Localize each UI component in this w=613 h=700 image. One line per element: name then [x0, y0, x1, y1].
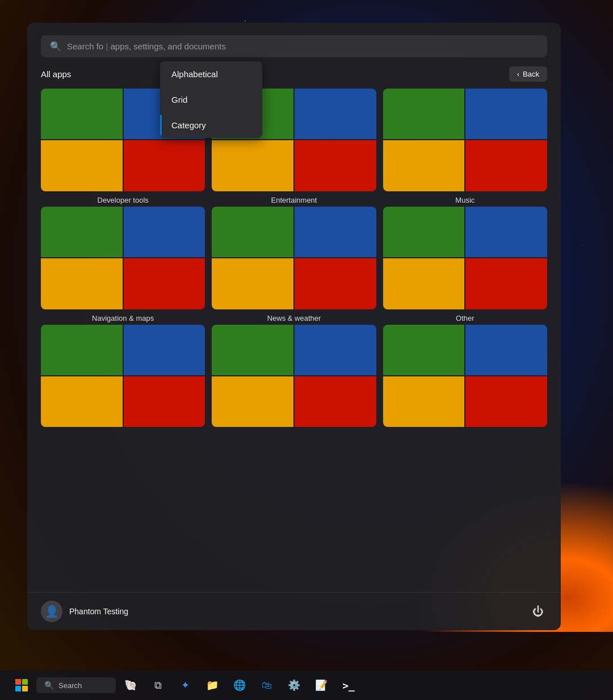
windows-logo-icon [15, 679, 28, 691]
tile-8 [212, 325, 376, 427]
settings-icon: ⚙️ [288, 679, 300, 691]
back-label: Back [523, 70, 539, 78]
navigation-label: Navigation & maps [92, 314, 154, 322]
sort-dropdown: Alphabetical Grid Category [160, 61, 262, 138]
copilot-button[interactable]: ✦ [173, 673, 198, 698]
start-menu: 🔍 Search fo | apps, settings, and docume… [27, 23, 561, 630]
taskbar: 🔍 Search 🐚 ⧉ ✦ 📁 🌐 🛍 ⚙️ 📝 >_ [0, 670, 613, 700]
tile-q2 [465, 325, 547, 375]
terminal-button[interactable]: >_ [336, 673, 361, 698]
category-grid: Developer tools Entertainment [27, 89, 561, 592]
tile-q4 [124, 376, 205, 427]
music-label: Music [455, 196, 475, 204]
tile-q3 [41, 376, 123, 427]
all-apps-label: All apps [41, 69, 71, 79]
tile-q4 [465, 140, 547, 191]
taskbar-search[interactable]: 🔍 Search [36, 677, 116, 693]
tile-q4 [295, 258, 376, 309]
tile-q1 [41, 325, 123, 375]
developer-tools-label: Developer tools [98, 196, 149, 204]
other-label: Other [456, 314, 475, 322]
tile-q2 [124, 207, 205, 257]
user-section[interactable]: 👤 Phantom Testing [41, 601, 128, 622]
win-q3 [15, 686, 21, 691]
tile-q3 [41, 140, 123, 191]
taskbar-search-icon: 🔍 [44, 681, 54, 690]
settings-button[interactable]: ⚙️ [282, 673, 306, 698]
sort-grid[interactable]: Grid [160, 87, 262, 112]
tile-q3 [383, 258, 465, 309]
tile-q4 [465, 376, 547, 427]
back-chevron-icon: ‹ [517, 70, 519, 78]
other-tile [383, 207, 547, 309]
category-other[interactable]: Other [383, 207, 547, 322]
category-row-1: Developer tools Entertainment [41, 89, 547, 204]
user-name: Phantom Testing [69, 607, 128, 616]
tile-q1 [212, 325, 293, 375]
search-text: Search fo | apps, settings, and document… [67, 41, 226, 51]
tile-q1 [383, 89, 465, 139]
file-explorer-button[interactable]: 📁 [200, 673, 225, 698]
tile-q1 [212, 207, 293, 257]
news-label: News & weather [267, 314, 321, 322]
tile-q2 [295, 89, 376, 139]
category-item-8[interactable] [212, 325, 376, 432]
store-icon: 🛍 [262, 680, 272, 691]
news-tile [212, 207, 376, 309]
tile-q3 [212, 376, 293, 427]
notepad-button[interactable]: 📝 [309, 673, 334, 698]
tile-q2 [124, 325, 205, 375]
category-news[interactable]: News & weather [212, 207, 376, 322]
search-bar[interactable]: 🔍 Search fo | apps, settings, and docume… [41, 35, 547, 57]
ms-store-button[interactable]: 🛍 [254, 673, 279, 698]
start-button[interactable] [9, 673, 34, 698]
tile-q2 [465, 207, 547, 257]
category-navigation[interactable]: Navigation & maps [41, 207, 205, 322]
user-avatar: 👤 [41, 601, 62, 622]
terminal-icon: >_ [342, 680, 355, 691]
search-icon: 🔍 [50, 41, 61, 52]
win-q2 [22, 679, 28, 685]
tile-q1 [41, 89, 123, 139]
tile-q3 [383, 140, 465, 191]
folder-icon: 📁 [206, 679, 219, 691]
apps-header: All apps ‹ Back [27, 66, 561, 89]
category-music[interactable]: Music [383, 89, 547, 204]
task-view-icon: ⧉ [154, 680, 162, 691]
win-q1 [15, 679, 21, 685]
win-q4 [22, 686, 28, 691]
tile-q3 [212, 140, 293, 191]
tile-q3 [41, 258, 123, 309]
category-item-7[interactable] [41, 325, 205, 432]
edge-button[interactable]: 🌐 [227, 673, 252, 698]
tile-q3 [212, 258, 293, 309]
category-item-9[interactable] [383, 325, 547, 432]
notepad-icon: 📝 [315, 679, 328, 691]
tile-q4 [124, 140, 205, 191]
tile-9 [383, 325, 547, 427]
snail-icon: 🐚 [124, 679, 137, 691]
tile-q2 [465, 89, 547, 139]
tile-q1 [383, 207, 465, 257]
music-tile [383, 89, 547, 191]
tile-q4 [295, 376, 376, 427]
footer-bar: 👤 Phantom Testing ⏻ [27, 592, 561, 630]
task-view-button[interactable]: ⧉ [145, 673, 170, 698]
tile-q2 [295, 207, 376, 257]
tile-q3 [383, 376, 465, 427]
power-button[interactable]: ⏻ [529, 602, 547, 622]
category-row-3 [41, 325, 547, 432]
taskbar-search-text: Search [58, 681, 82, 690]
person-icon: 👤 [45, 605, 59, 618]
snail-app-button[interactable]: 🐚 [118, 673, 143, 698]
tile-q4 [295, 140, 376, 191]
navigation-tile [41, 207, 205, 309]
sort-alphabetical[interactable]: Alphabetical [160, 61, 262, 87]
tile-7 [41, 325, 205, 427]
tile-q2 [295, 325, 376, 375]
sort-category[interactable]: Category [160, 112, 262, 138]
category-row-2: Navigation & maps News & weather [41, 207, 547, 322]
tile-q4 [465, 258, 547, 309]
back-button[interactable]: ‹ Back [509, 66, 547, 82]
tile-q1 [41, 207, 123, 257]
